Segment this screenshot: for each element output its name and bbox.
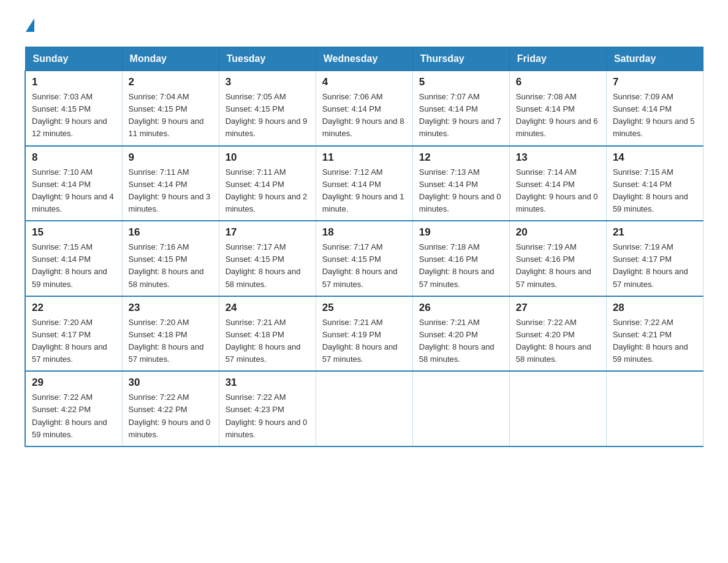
calendar-cell: 16 Sunrise: 7:16 AMSunset: 4:15 PMDaylig…: [122, 221, 219, 296]
calendar-week-row: 15 Sunrise: 7:15 AMSunset: 4:14 PMDaylig…: [25, 221, 703, 296]
day-number: 8: [32, 151, 116, 164]
day-number: 26: [419, 302, 503, 314]
calendar-cell: 5 Sunrise: 7:07 AMSunset: 4:14 PMDayligh…: [412, 71, 509, 146]
day-info: Sunrise: 7:11 AMSunset: 4:14 PMDaylight:…: [129, 166, 213, 216]
day-number: 1: [32, 76, 116, 88]
calendar-cell: 26 Sunrise: 7:21 AMSunset: 4:20 PMDaylig…: [412, 296, 509, 372]
day-info: Sunrise: 7:14 AMSunset: 4:14 PMDaylight:…: [516, 166, 600, 216]
calendar-header-row: SundayMondayTuesdayWednesdayThursdayFrid…: [25, 47, 703, 71]
day-number: 31: [226, 377, 309, 389]
calendar-table: SundayMondayTuesdayWednesdayThursdayFrid…: [25, 47, 703, 447]
day-info: Sunrise: 7:13 AMSunset: 4:14 PMDaylight:…: [419, 166, 503, 216]
calendar-cell: 21 Sunrise: 7:19 AMSunset: 4:17 PMDaylig…: [606, 221, 703, 296]
day-number: 7: [613, 76, 697, 88]
day-info: Sunrise: 7:22 AMSunset: 4:23 PMDaylight:…: [226, 391, 309, 441]
calendar-cell: 10 Sunrise: 7:11 AMSunset: 4:14 PMDaylig…: [219, 146, 316, 221]
day-number: 20: [516, 226, 600, 239]
day-info: Sunrise: 7:22 AMSunset: 4:22 PMDaylight:…: [32, 391, 116, 441]
day-info: Sunrise: 7:21 AMSunset: 4:19 PMDaylight:…: [322, 316, 406, 366]
calendar-cell: 8 Sunrise: 7:10 AMSunset: 4:14 PMDayligh…: [25, 146, 122, 221]
day-number: 28: [613, 302, 697, 314]
calendar-cell: 1 Sunrise: 7:03 AMSunset: 4:15 PMDayligh…: [25, 71, 122, 146]
calendar-cell: 4 Sunrise: 7:06 AMSunset: 4:14 PMDayligh…: [316, 71, 412, 146]
day-info: Sunrise: 7:20 AMSunset: 4:18 PMDaylight:…: [129, 316, 213, 366]
day-info: Sunrise: 7:22 AMSunset: 4:22 PMDaylight:…: [129, 391, 213, 441]
calendar-cell: 19 Sunrise: 7:18 AMSunset: 4:16 PMDaylig…: [412, 221, 509, 296]
day-info: Sunrise: 7:22 AMSunset: 4:20 PMDaylight:…: [516, 316, 600, 366]
calendar-cell: 28 Sunrise: 7:22 AMSunset: 4:21 PMDaylig…: [606, 296, 703, 372]
day-number: 5: [419, 76, 503, 88]
calendar-cell: 2 Sunrise: 7:04 AMSunset: 4:15 PMDayligh…: [122, 71, 219, 146]
day-info: Sunrise: 7:21 AMSunset: 4:18 PMDaylight:…: [226, 316, 309, 366]
calendar-week-row: 22 Sunrise: 7:20 AMSunset: 4:17 PMDaylig…: [25, 296, 703, 372]
calendar-cell: 13 Sunrise: 7:14 AMSunset: 4:14 PMDaylig…: [509, 146, 606, 221]
calendar-cell: [606, 371, 703, 446]
calendar-cell: 20 Sunrise: 7:19 AMSunset: 4:16 PMDaylig…: [509, 221, 606, 296]
day-number: 30: [129, 377, 213, 389]
column-header-tuesday: Tuesday: [219, 47, 316, 71]
day-number: 27: [516, 302, 600, 314]
calendar-cell: 22 Sunrise: 7:20 AMSunset: 4:17 PMDaylig…: [25, 296, 122, 372]
day-info: Sunrise: 7:12 AMSunset: 4:14 PMDaylight:…: [322, 166, 406, 216]
day-number: 18: [322, 226, 406, 239]
day-info: Sunrise: 7:19 AMSunset: 4:17 PMDaylight:…: [613, 241, 697, 291]
calendar-cell: 7 Sunrise: 7:09 AMSunset: 4:14 PMDayligh…: [606, 71, 703, 146]
day-number: 12: [419, 151, 503, 164]
calendar-cell: 17 Sunrise: 7:17 AMSunset: 4:15 PMDaylig…: [219, 221, 316, 296]
day-info: Sunrise: 7:04 AMSunset: 4:15 PMDaylight:…: [129, 91, 213, 140]
calendar-cell: 25 Sunrise: 7:21 AMSunset: 4:19 PMDaylig…: [316, 296, 412, 372]
calendar-cell: 18 Sunrise: 7:17 AMSunset: 4:15 PMDaylig…: [316, 221, 412, 296]
day-number: 3: [226, 76, 309, 88]
column-header-saturday: Saturday: [606, 47, 703, 71]
column-header-wednesday: Wednesday: [316, 47, 412, 71]
day-number: 29: [32, 377, 116, 389]
day-number: 15: [32, 226, 116, 239]
day-info: Sunrise: 7:17 AMSunset: 4:15 PMDaylight:…: [322, 241, 406, 291]
calendar-week-row: 29 Sunrise: 7:22 AMSunset: 4:22 PMDaylig…: [25, 371, 703, 446]
day-info: Sunrise: 7:08 AMSunset: 4:14 PMDaylight:…: [516, 91, 600, 140]
column-header-friday: Friday: [509, 47, 606, 71]
day-number: 23: [129, 302, 213, 314]
day-number: 2: [129, 76, 213, 88]
day-number: 14: [613, 151, 697, 164]
calendar-cell: 31 Sunrise: 7:22 AMSunset: 4:23 PMDaylig…: [219, 371, 316, 446]
day-info: Sunrise: 7:07 AMSunset: 4:14 PMDaylight:…: [419, 91, 503, 140]
day-number: 9: [129, 151, 213, 164]
page-header: [25, 18, 703, 34]
day-info: Sunrise: 7:06 AMSunset: 4:14 PMDaylight:…: [322, 91, 406, 140]
calendar-cell: 15 Sunrise: 7:15 AMSunset: 4:14 PMDaylig…: [25, 221, 122, 296]
calendar-cell: 30 Sunrise: 7:22 AMSunset: 4:22 PMDaylig…: [122, 371, 219, 446]
calendar-cell: 9 Sunrise: 7:11 AMSunset: 4:14 PMDayligh…: [122, 146, 219, 221]
calendar-cell: 6 Sunrise: 7:08 AMSunset: 4:14 PMDayligh…: [509, 71, 606, 146]
column-header-sunday: Sunday: [25, 47, 122, 71]
day-info: Sunrise: 7:18 AMSunset: 4:16 PMDaylight:…: [419, 241, 503, 291]
day-info: Sunrise: 7:16 AMSunset: 4:15 PMDaylight:…: [129, 241, 213, 291]
day-number: 10: [226, 151, 309, 164]
day-info: Sunrise: 7:05 AMSunset: 4:15 PMDaylight:…: [226, 91, 309, 140]
calendar-cell: 11 Sunrise: 7:12 AMSunset: 4:14 PMDaylig…: [316, 146, 412, 221]
calendar-cell: [412, 371, 509, 446]
day-number: 4: [322, 76, 406, 88]
day-number: 25: [322, 302, 406, 314]
calendar-week-row: 8 Sunrise: 7:10 AMSunset: 4:14 PMDayligh…: [25, 146, 703, 221]
day-number: 6: [516, 76, 600, 88]
day-info: Sunrise: 7:10 AMSunset: 4:14 PMDaylight:…: [32, 166, 116, 216]
column-header-thursday: Thursday: [412, 47, 509, 71]
logo-triangle-icon: [26, 18, 34, 32]
day-info: Sunrise: 7:21 AMSunset: 4:20 PMDaylight:…: [419, 316, 503, 366]
day-info: Sunrise: 7:03 AMSunset: 4:15 PMDaylight:…: [32, 91, 116, 140]
day-number: 11: [322, 151, 406, 164]
calendar-cell: [509, 371, 606, 446]
calendar-cell: 27 Sunrise: 7:22 AMSunset: 4:20 PMDaylig…: [509, 296, 606, 372]
calendar-cell: [316, 371, 412, 446]
calendar-cell: 23 Sunrise: 7:20 AMSunset: 4:18 PMDaylig…: [122, 296, 219, 372]
day-info: Sunrise: 7:19 AMSunset: 4:16 PMDaylight:…: [516, 241, 600, 291]
calendar-cell: 24 Sunrise: 7:21 AMSunset: 4:18 PMDaylig…: [219, 296, 316, 372]
day-number: 24: [226, 302, 309, 314]
day-number: 13: [516, 151, 600, 164]
day-info: Sunrise: 7:15 AMSunset: 4:14 PMDaylight:…: [32, 241, 116, 291]
day-number: 17: [226, 226, 309, 239]
day-info: Sunrise: 7:22 AMSunset: 4:21 PMDaylight:…: [613, 316, 697, 366]
day-number: 19: [419, 226, 503, 239]
calendar-week-row: 1 Sunrise: 7:03 AMSunset: 4:15 PMDayligh…: [25, 71, 703, 146]
